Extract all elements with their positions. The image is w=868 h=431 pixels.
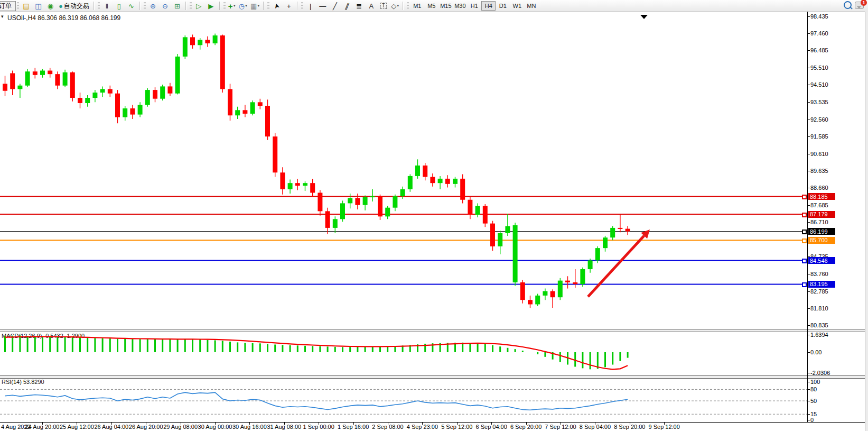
chart-title: USOil-,H4 86.306 86.319 86.068 86.199 (7, 14, 120, 22)
price-line-label-85.700: 85.700 (808, 237, 835, 244)
auto-scroll-icon[interactable]: ▶ (205, 1, 217, 11)
price-line-handle[interactable] (802, 259, 807, 263)
rsi-panel-splitter[interactable] (0, 375, 868, 379)
orders-button[interactable]: 订单 (0, 1, 16, 11)
horizontal-line-icon[interactable]: — (316, 1, 329, 11)
toolbar-drag-handle (17, 2, 19, 10)
candle-body (108, 89, 113, 93)
bar-chart-icon[interactable]: ‖ (101, 1, 113, 11)
rsi-axis-tick (807, 414, 810, 415)
price-axis-label: 91.585 (810, 133, 828, 140)
toolbar: 订单▤◫◉●自动交易‖▯∿⊕⊖⊞▷▶+▾◷▾▦▾➤+|—╱∥≣AT◇▾M1M5M… (0, 0, 868, 12)
candle-body (535, 296, 540, 305)
time-axis-label: 30 Aug 16:00 (232, 424, 267, 430)
candle-body (220, 35, 225, 89)
cursor-icon[interactable]: ➤ (270, 1, 283, 11)
time-axis-border (0, 422, 868, 423)
notifications-icon[interactable]: 1 (855, 2, 864, 9)
toolbar-separator (219, 2, 220, 10)
signal-icon[interactable]: ◉ (44, 1, 57, 11)
price-line-handle[interactable] (802, 239, 807, 243)
price-axis-tick (807, 222, 810, 223)
candle-body (588, 260, 593, 269)
time-axis-label: 26 Aug 20:00 (129, 424, 163, 430)
candle-body (520, 282, 525, 300)
price-axis-label: 90.610 (810, 151, 828, 157)
candle-body (167, 86, 172, 93)
trend-arrow-head (641, 230, 650, 239)
rsi-axis-tick (807, 382, 810, 382)
dropdown-arrow-icon[interactable]: ▾ (234, 4, 236, 8)
candle-body (318, 192, 322, 211)
timeframe-button-d1[interactable]: D1 (496, 1, 510, 11)
candle-body (40, 71, 45, 75)
candle-body (145, 90, 150, 105)
trendline-icon[interactable]: ╱ (329, 1, 341, 11)
candle-body (273, 136, 277, 172)
chart-menu-caret[interactable]: ▾ (1, 14, 4, 19)
price-axis-label: 94.510 (810, 81, 828, 88)
price-axis-label: 92.560 (810, 116, 828, 123)
price-line-handle[interactable] (802, 230, 807, 234)
price-axis-label: 81.810 (810, 305, 828, 311)
candle-body (445, 179, 450, 184)
candle-body (153, 90, 157, 99)
candle-body (48, 71, 52, 75)
price-line-handle[interactable] (802, 213, 807, 217)
label-icon[interactable]: T (377, 1, 389, 11)
macd-axis-tick (807, 335, 810, 335)
candlestick-chart-icon[interactable]: ▯ (113, 1, 125, 11)
macd-layer (5, 335, 628, 369)
dropdown-arrow-icon[interactable]: ▾ (257, 4, 259, 8)
price-line-label-86.199: 86.199 (808, 228, 835, 235)
timeframe-button-mn[interactable]: MN (524, 1, 538, 11)
time-axis-label: 30 Aug 00:00 (198, 424, 232, 430)
vertical-line-icon[interactable]: | (304, 1, 316, 11)
channel-icon[interactable]: ∥ (341, 1, 353, 11)
macd-panel-splitter[interactable] (0, 329, 868, 332)
templates-icon[interactable]: ▦▾ (249, 1, 261, 11)
rsi-layer (0, 389, 807, 414)
timeframe-button-w1[interactable]: W1 (510, 1, 524, 11)
periods-icon[interactable]: ◷▾ (237, 1, 249, 11)
line-chart-icon[interactable]: ∿ (125, 1, 137, 11)
crosshair-icon[interactable]: + (283, 1, 295, 11)
timeframe-button-m1[interactable]: M1 (410, 1, 424, 11)
candle-body (213, 35, 218, 43)
chart-shift-icon[interactable]: ▷ (193, 1, 205, 11)
price-line-handle[interactable] (802, 282, 807, 287)
tile-windows-icon[interactable]: ⊞ (171, 1, 183, 11)
price-axis-tick (807, 188, 810, 188)
indicators-icon[interactable]: +▾ (227, 1, 237, 11)
toolbar-separator (263, 2, 264, 10)
notification-badge: 1 (861, 0, 867, 6)
price-axis-tick (807, 325, 810, 326)
candle-body (595, 248, 600, 260)
toolbar-drag-handle (301, 2, 303, 10)
candle-body (558, 281, 563, 298)
candle-body (333, 219, 338, 228)
new-order-icon[interactable]: ▤ (20, 1, 32, 11)
zoom-in-icon[interactable]: ⊕ (147, 1, 159, 11)
candle-body (460, 179, 465, 200)
timeframe-button-h4[interactable]: H4 (481, 1, 496, 11)
trend-arrow[interactable] (588, 230, 650, 297)
fibonacci-icon[interactable]: ≣ (353, 1, 365, 11)
chart-shift-marker[interactable] (640, 15, 648, 19)
timeframe-button-m30[interactable]: M30 (453, 1, 467, 11)
price-line-handle[interactable] (802, 195, 807, 199)
candle-body (70, 72, 75, 98)
price-line-label-83.195: 83.195 (808, 281, 835, 288)
shapes-icon[interactable]: ◇▾ (389, 1, 400, 11)
zoom-out-icon[interactable]: ⊖ (159, 1, 171, 11)
dropdown-arrow-icon[interactable]: ▾ (397, 4, 399, 8)
timeframe-button-m5[interactable]: M5 (424, 1, 438, 11)
timeframe-button-m15[interactable]: M15 (438, 1, 453, 11)
text-icon[interactable]: A (365, 1, 377, 11)
candles-layer (3, 33, 630, 308)
dropdown-arrow-icon[interactable]: ▾ (245, 4, 247, 8)
timeframe-button-h1[interactable]: H1 (467, 1, 481, 11)
autotrade-button[interactable]: ●自动交易 (57, 1, 91, 11)
chart-window-icon[interactable]: ◫ (32, 1, 44, 11)
search-icon[interactable] (844, 1, 852, 9)
